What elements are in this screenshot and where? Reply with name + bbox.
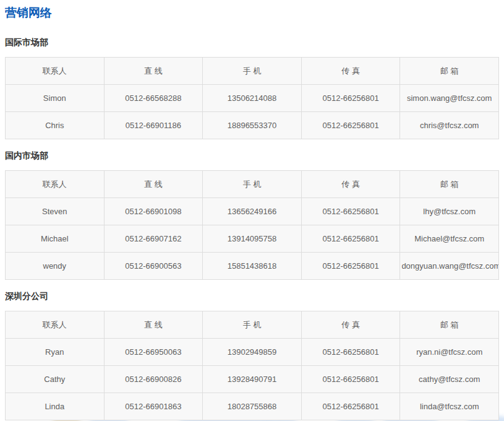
section-heading: 国际市场部	[5, 37, 499, 47]
column-header: 邮 箱	[400, 58, 499, 85]
direct-line-cell: 0512-66907162	[104, 225, 203, 253]
contact-cell: Steven	[6, 198, 105, 225]
fax-cell: 0512-66256801	[301, 339, 400, 366]
email-cell: Michael@tfcsz.com	[400, 225, 499, 253]
fax-cell: 0512-66256801	[301, 225, 400, 253]
contact-table: 联系人直 线手 机传 真邮 箱 Simon0512-66568288135062…	[5, 57, 499, 139]
contact-cell: Ryan	[6, 339, 105, 366]
table-row: Chris0512-66901186188965533700512-662568…	[6, 112, 499, 139]
contact-cell: wendy	[6, 253, 105, 280]
column-header: 传 真	[301, 311, 400, 339]
mobile-cell: 13656249166	[203, 198, 302, 225]
table-row: Steven0512-66901098136562491660512-66256…	[6, 198, 499, 225]
fax-cell: 0512-66256801	[301, 393, 400, 420]
contact-cell: Michael	[6, 225, 105, 253]
email-cell: cathy@tfcsz.com	[400, 366, 499, 393]
table-header-row: 联系人直 线手 机传 真邮 箱	[6, 58, 499, 85]
table-header-row: 联系人直 线手 机传 真邮 箱	[6, 311, 499, 339]
direct-line-cell: 0512-66900826	[104, 366, 203, 393]
email-cell: ryan.ni@tfcsz.com	[400, 339, 499, 366]
column-header: 手 机	[203, 171, 302, 198]
column-header: 直 线	[104, 58, 203, 85]
section-heading: 国内市场部	[5, 150, 499, 160]
sections-container: 国际市场部 联系人直 线手 机传 真邮 箱 Simon0512-66568288…	[5, 37, 499, 420]
contact-table: 联系人直 线手 机传 真邮 箱 Steven0512-6690109813656…	[5, 170, 499, 280]
contact-section: 国际市场部 联系人直 线手 机传 真邮 箱 Simon0512-66568288…	[5, 37, 499, 139]
section-heading: 深圳分公司	[5, 291, 499, 301]
fax-cell: 0512-66256801	[301, 112, 400, 139]
column-header: 联系人	[6, 58, 105, 85]
direct-line-cell: 0512-66901098	[104, 198, 203, 225]
mobile-cell: 18028755868	[203, 393, 302, 420]
table-header-row: 联系人直 线手 机传 真邮 箱	[6, 171, 499, 198]
table-row: wendy0512-66900563158514386180512-662568…	[6, 253, 499, 280]
table-row: Michael0512-66907162139140957580512-6625…	[6, 225, 499, 253]
column-header: 联系人	[6, 171, 105, 198]
direct-line-cell: 0512-66901863	[104, 393, 203, 420]
fax-cell: 0512-66256801	[301, 198, 400, 225]
contact-table: 联系人直 线手 机传 真邮 箱 Ryan0512-669500631390294…	[5, 311, 499, 420]
column-header: 邮 箱	[400, 171, 499, 198]
mobile-cell: 15851438618	[203, 253, 302, 280]
contact-cell: Chris	[6, 112, 105, 139]
direct-line-cell: 0512-66950063	[104, 339, 203, 366]
table-row: Cathy0512-66900826139284907910512-662568…	[6, 366, 499, 393]
fax-cell: 0512-66256801	[301, 253, 400, 280]
page-title: 营销网络	[5, 5, 499, 20]
mobile-cell: 18896553370	[203, 112, 302, 139]
fax-cell: 0512-66256801	[301, 85, 400, 112]
column-header: 联系人	[6, 311, 105, 339]
contact-cell: Linda	[6, 393, 105, 420]
contact-cell: Simon	[6, 85, 105, 112]
table-row: Ryan0512-66950063139029498590512-6625680…	[6, 339, 499, 366]
direct-line-cell: 0512-66568288	[104, 85, 203, 112]
column-header: 直 线	[104, 311, 203, 339]
table-row: Linda0512-66901863180287558680512-662568…	[6, 393, 499, 420]
mobile-cell: 13914095758	[203, 225, 302, 253]
column-header: 传 真	[301, 58, 400, 85]
mobile-cell: 13506214088	[203, 85, 302, 112]
direct-line-cell: 0512-66901186	[104, 112, 203, 139]
contact-section: 深圳分公司 联系人直 线手 机传 真邮 箱 Ryan0512-669500631…	[5, 291, 499, 420]
table-row: Simon0512-66568288135062140880512-662568…	[6, 85, 499, 112]
email-cell: dongyuan.wang@tfcsz.com	[400, 253, 499, 280]
email-cell: linda@tfcsz.com	[400, 393, 499, 420]
email-cell: simon.wang@tfcsz.com	[400, 85, 499, 112]
mobile-cell: 13902949859	[203, 339, 302, 366]
direct-line-cell: 0512-66900563	[104, 253, 203, 280]
column-header: 邮 箱	[400, 311, 499, 339]
column-header: 手 机	[203, 311, 302, 339]
email-cell: chris@tfcsz.com	[400, 112, 499, 139]
mobile-cell: 13928490791	[203, 366, 302, 393]
column-header: 直 线	[104, 171, 203, 198]
column-header: 传 真	[301, 171, 400, 198]
email-cell: lhy@tfcsz.com	[400, 198, 499, 225]
column-header: 手 机	[203, 58, 302, 85]
fax-cell: 0512-66256801	[301, 366, 400, 393]
marketing-network-page: 营销网络 国际市场部 联系人直 线手 机传 真邮 箱 Simon0512-665…	[0, 0, 504, 420]
contact-cell: Cathy	[6, 366, 105, 393]
contact-section: 国内市场部 联系人直 线手 机传 真邮 箱 Steven0512-6690109…	[5, 150, 499, 280]
